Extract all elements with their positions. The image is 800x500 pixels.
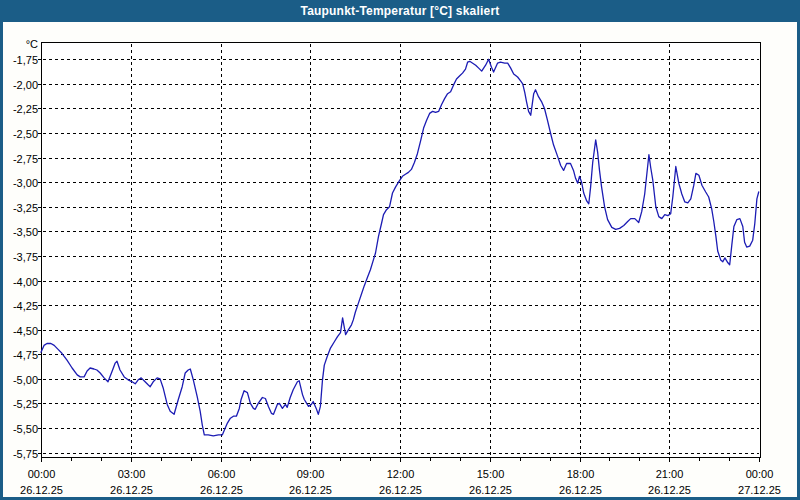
y-tick-label: -4,75: [13, 349, 38, 361]
y-tick-label: -3,50: [13, 226, 38, 238]
y-tick-label: -5,75: [13, 448, 38, 460]
x-tick-date-label: 26.12.25: [200, 484, 243, 496]
y-tick-label: -2,75: [13, 153, 38, 165]
x-tick-date-label: 26.12.25: [469, 484, 512, 496]
x-tick-time-label: 03:00: [118, 468, 146, 480]
y-tick-label: -3,75: [13, 251, 38, 263]
y-tick-label: -5,25: [13, 398, 38, 410]
x-tick-time-label: 21:00: [656, 468, 684, 480]
y-tick-label: -3,00: [13, 177, 38, 189]
y-tick-label: -3,25: [13, 202, 38, 214]
x-tick-time-label: 18:00: [567, 468, 595, 480]
y-tick-label: -2,00: [13, 79, 38, 91]
y-tick-label: -2,50: [13, 128, 38, 140]
y-axis-unit-label: °C: [26, 38, 38, 50]
x-tick-date-label: 26.12.25: [559, 484, 602, 496]
app-window: Taupunkt-Temperatur [°C] skaliert -1,75-…: [0, 0, 800, 500]
x-tick-time-label: 12:00: [387, 468, 415, 480]
x-tick-time-label: 15:00: [477, 468, 505, 480]
x-tick-date-label: 26.12.25: [648, 484, 691, 496]
x-tick-time-label: 00:00: [746, 468, 774, 480]
x-tick-date-label: 26.12.25: [110, 484, 153, 496]
x-tick-date-label: 26.12.25: [379, 484, 422, 496]
x-tick-time-label: 06:00: [208, 468, 236, 480]
x-tick-time-label: 00:00: [28, 468, 56, 480]
x-tick-date-label: 27.12.25: [738, 484, 781, 496]
y-tick-label: -4,25: [13, 300, 38, 312]
y-tick-label: -5,50: [13, 423, 38, 435]
x-tick-date-label: 26.12.25: [289, 484, 332, 496]
y-tick-label: -2,25: [13, 103, 38, 115]
y-tick-label: -4,00: [13, 276, 38, 288]
y-tick-label: -1,75: [13, 54, 38, 66]
chart-canvas: -1,75-2,00-2,25-2,50-2,75-3,00-3,25-3,50…: [0, 0, 800, 500]
x-tick-date-label: 26.12.25: [20, 484, 63, 496]
x-tick-time-label: 09:00: [297, 468, 325, 480]
y-tick-label: -5,00: [13, 374, 38, 386]
y-tick-label: -4,50: [13, 325, 38, 337]
